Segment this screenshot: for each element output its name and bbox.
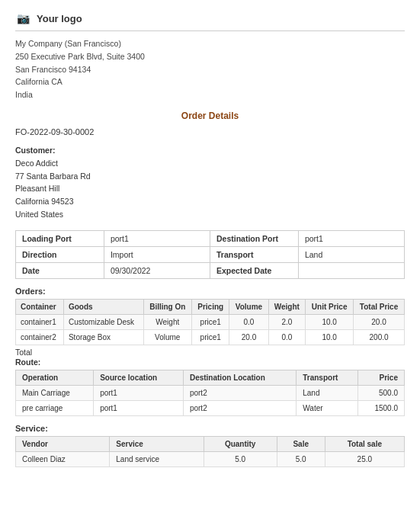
direction-label: Direction: [16, 246, 104, 262]
customer-street: 77 Santa Barbara Rd: [15, 170, 405, 183]
col-pricing: Pricing: [192, 299, 229, 314]
order-container-2: container2: [16, 329, 64, 345]
logo-text: Your logo: [37, 13, 82, 24]
info-table: Loading Port port1 Destination Port port…: [15, 230, 405, 279]
route-row-1: Main Carriage port1 port2 Land 500.0: [16, 385, 405, 400]
route-transport-2: Water: [297, 400, 358, 415]
destination-port-value: port1: [298, 230, 404, 246]
order-weight-2: 0.0: [268, 329, 306, 345]
route-price-1: 500.0: [358, 385, 405, 400]
orders-header-row: Container Goods Billing On Pricing Volum…: [16, 299, 405, 314]
col-volume: Volume: [229, 299, 268, 314]
route-operation-1: Main Carriage: [16, 385, 94, 400]
route-operation-2: pre carriage: [16, 400, 94, 415]
logo-section: 📷 Your logo: [15, 12, 405, 31]
order-unit-price-2: 10.0: [306, 329, 354, 345]
transport-value: Land: [298, 246, 404, 262]
company-country: India: [15, 88, 405, 101]
info-row-1: Loading Port port1 Destination Port port…: [16, 230, 405, 246]
direction-value: Import: [104, 246, 210, 262]
service-header-row: Vendor Service Quantity Sale Total sale: [16, 436, 405, 451]
service-sale-1: 5.0: [277, 451, 325, 467]
service-total-sale-1: 25.0: [325, 451, 404, 467]
order-billing-2: Volume: [143, 329, 192, 345]
company-name: My Company (San Francisco): [15, 37, 405, 50]
route-price-2: 1500.0: [358, 400, 405, 415]
total-label: Total: [15, 348, 405, 357]
logo-icon: 📷: [15, 12, 30, 24]
order-goods-2: Storage Box: [63, 329, 143, 345]
route-table: Operation Source location Destination Lo…: [15, 370, 405, 416]
expected-date-value: [298, 262, 404, 278]
order-total-price-1: 20.0: [354, 314, 405, 329]
info-row-2: Direction Import Transport Land: [16, 246, 405, 262]
orders-table: Container Goods Billing On Pricing Volum…: [15, 299, 405, 345]
col-weight: Weight: [268, 299, 306, 314]
route-row-2: pre carriage port1 port2 Water 1500.0: [16, 400, 405, 415]
company-address2: San Francisco 94134: [15, 63, 405, 76]
order-volume-1: 0.0: [229, 314, 268, 329]
service-col-quantity: Quantity: [204, 436, 277, 451]
route-col-transport: Transport: [297, 370, 358, 385]
service-table: Vendor Service Quantity Sale Total sale …: [15, 436, 405, 467]
customer-label: Customer:: [15, 146, 56, 155]
service-row-1: Colleen Diaz Land service 5.0 5.0 25.0: [16, 451, 405, 467]
service-section-label: Service:: [15, 424, 405, 433]
customer-state: California 94523: [15, 195, 405, 208]
transport-label: Transport: [210, 246, 298, 262]
order-pricing-2: price1: [192, 329, 229, 345]
route-header-row: Operation Source location Destination Lo…: [16, 370, 405, 385]
service-col-service: Service: [110, 436, 204, 451]
col-total-price: Total Price: [354, 299, 405, 314]
order-goods-1: Customizable Desk: [63, 314, 143, 329]
service-col-total-sale: Total sale: [325, 436, 404, 451]
route-source-2: port1: [94, 400, 184, 415]
customer-city: Pleasant Hill: [15, 182, 405, 195]
loading-port-value: port1: [104, 230, 210, 246]
loading-port-label: Loading Port: [16, 230, 104, 246]
company-info: My Company (San Francisco) 250 Executive…: [15, 37, 405, 101]
order-unit-price-1: 10.0: [306, 314, 354, 329]
order-container-1: container1: [16, 314, 64, 329]
order-pricing-1: price1: [192, 314, 229, 329]
service-col-vendor: Vendor: [16, 436, 110, 451]
col-container: Container: [16, 299, 64, 314]
service-col-sale: Sale: [277, 436, 325, 451]
service-quantity-1: 5.0: [204, 451, 277, 467]
section-title: Order Details: [15, 111, 405, 121]
col-goods: Goods: [63, 299, 143, 314]
customer-section: Customer: Deco Addict 77 Santa Barbara R…: [15, 144, 405, 221]
service-service-1: Land service: [110, 451, 204, 467]
col-billing-on: Billing On: [143, 299, 192, 314]
customer-country: United States: [15, 208, 405, 221]
date-label: Date: [16, 262, 104, 278]
service-vendor-1: Colleen Diaz: [16, 451, 110, 467]
date-value: 09/30/2022: [104, 262, 210, 278]
order-volume-2: 20.0: [229, 329, 268, 345]
info-row-3: Date 09/30/2022 Expected Date: [16, 262, 405, 278]
order-weight-1: 2.0: [268, 314, 306, 329]
order-row-2: container2 Storage Box Volume price1 20.…: [16, 329, 405, 345]
route-col-destination: Destination Location: [183, 370, 296, 385]
route-destination-2: port2: [183, 400, 296, 415]
route-transport-1: Land: [297, 385, 358, 400]
route-destination-1: port2: [183, 385, 296, 400]
orders-section-label: Orders:: [15, 287, 405, 296]
route-col-operation: Operation: [16, 370, 94, 385]
route-col-price: Price: [358, 370, 405, 385]
route-source-1: port1: [94, 385, 184, 400]
expected-date-label: Expected Date: [210, 262, 298, 278]
order-total-price-2: 200.0: [354, 329, 405, 345]
col-unit-price: Unit Price: [306, 299, 354, 314]
order-billing-1: Weight: [143, 314, 192, 329]
company-state: California CA: [15, 75, 405, 88]
order-number: FO-2022-09-30-0002: [15, 127, 405, 136]
route-label: Route:: [15, 357, 405, 367]
destination-port-label: Destination Port: [210, 230, 298, 246]
order-row-1: container1 Customizable Desk Weight pric…: [16, 314, 405, 329]
route-col-source: Source location: [94, 370, 184, 385]
customer-name: Deco Addict: [15, 157, 405, 170]
company-address1: 250 Executive Park Blvd, Suite 3400: [15, 50, 405, 63]
